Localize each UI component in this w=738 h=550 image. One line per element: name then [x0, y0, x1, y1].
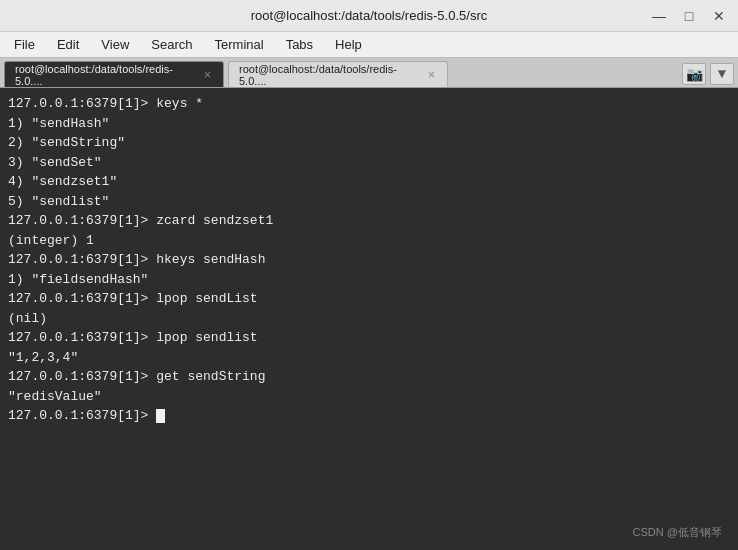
menu-item-terminal[interactable]: Terminal [205, 35, 274, 54]
terminal-line: 127.0.0.1:6379[1]> get sendString [8, 367, 730, 387]
menu-item-file[interactable]: File [4, 35, 45, 54]
close-button[interactable]: ✕ [708, 5, 730, 27]
terminal-line: 3) "sendSet" [8, 153, 730, 173]
terminal-line: "1,2,3,4" [8, 348, 730, 368]
terminal-line: 127.0.0.1:6379[1]> lpop sendList [8, 289, 730, 309]
terminal-line: 127.0.0.1:6379[1]> zcard sendzset1 [8, 211, 730, 231]
terminal[interactable]: 127.0.0.1:6379[1]> keys *1) "sendHash"2)… [0, 88, 738, 550]
terminal-line: (nil) [8, 309, 730, 329]
menu-item-help[interactable]: Help [325, 35, 372, 54]
terminal-line: 5) "sendlist" [8, 192, 730, 212]
terminal-line: 2) "sendString" [8, 133, 730, 153]
terminal-line: 127.0.0.1:6379[1]> hkeys sendHash [8, 250, 730, 270]
terminal-line: (integer) 1 [8, 231, 730, 251]
maximize-button[interactable]: □ [678, 5, 700, 27]
terminal-line: 4) "sendzset1" [8, 172, 730, 192]
terminal-line: 127.0.0.1:6379[1]> [8, 406, 730, 426]
new-tab-button[interactable]: 📷 [682, 63, 706, 85]
minimize-button[interactable]: — [648, 5, 670, 27]
tab-bar-right: 📷▼ [682, 63, 734, 87]
tab-label-0: root@localhost:/data/tools/redis-5.0.... [15, 63, 196, 87]
window-title: root@localhost:/data/tools/redis-5.0.5/s… [251, 8, 487, 23]
tab-dropdown-button[interactable]: ▼ [710, 63, 734, 85]
terminal-line: 1) "sendHash" [8, 114, 730, 134]
tab-label-1: root@localhost:/data/tools/redis-5.0.... [239, 63, 420, 87]
watermark: CSDN @低音钢琴 [633, 525, 722, 540]
menu-bar: FileEditViewSearchTerminalTabsHelp [0, 32, 738, 58]
menu-item-view[interactable]: View [91, 35, 139, 54]
title-bar: root@localhost:/data/tools/redis-5.0.5/s… [0, 0, 738, 32]
tab-bar: root@localhost:/data/tools/redis-5.0....… [0, 58, 738, 88]
tab-1[interactable]: root@localhost:/data/tools/redis-5.0....… [228, 61, 448, 87]
menu-item-search[interactable]: Search [141, 35, 202, 54]
tab-close-0[interactable]: × [202, 68, 213, 82]
menu-item-edit[interactable]: Edit [47, 35, 89, 54]
tab-close-1[interactable]: × [426, 68, 437, 82]
terminal-cursor [156, 409, 165, 423]
terminal-line: "redisValue" [8, 387, 730, 407]
terminal-line: 1) "fieldsendHash" [8, 270, 730, 290]
terminal-line: 127.0.0.1:6379[1]> lpop sendlist [8, 328, 730, 348]
terminal-line: 127.0.0.1:6379[1]> keys * [8, 94, 730, 114]
menu-item-tabs[interactable]: Tabs [276, 35, 323, 54]
tab-0[interactable]: root@localhost:/data/tools/redis-5.0....… [4, 61, 224, 87]
